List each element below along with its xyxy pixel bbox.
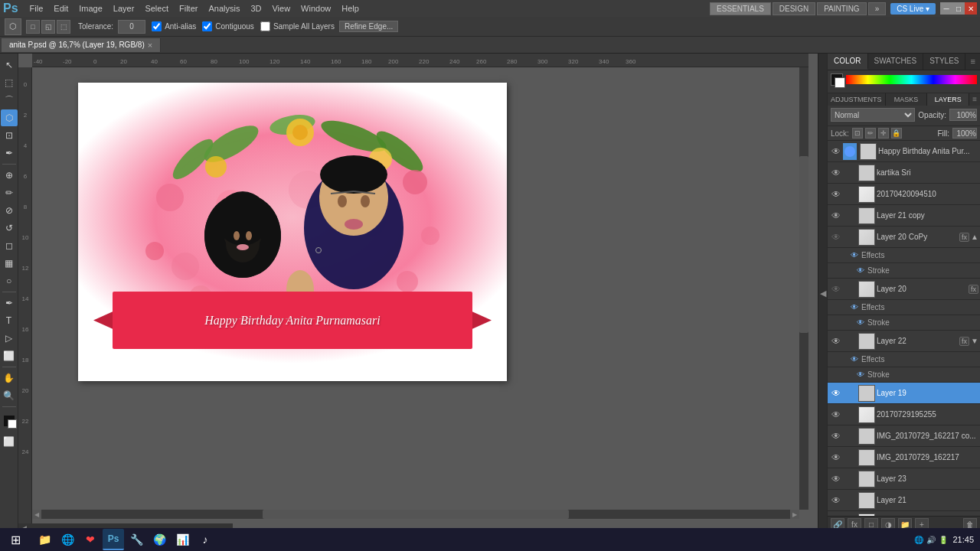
contiguous-checkbox[interactable]: [202, 21, 212, 31]
layer-visibility-eye[interactable]: 👁: [829, 336, 843, 347]
blend-mode-select[interactable]: Normal Multiply Screen Overlay: [831, 108, 915, 122]
layer-item-layer21copy[interactable]: 👁 Layer 21 copy: [828, 205, 980, 227]
color-spectrum[interactable]: [846, 75, 977, 84]
tab-close-icon[interactable]: ×: [148, 41, 152, 50]
panel-menu-button[interactable]: ≡: [966, 54, 980, 70]
lock-position-icon[interactable]: ✛: [878, 128, 889, 139]
text-tool[interactable]: T: [1, 312, 18, 329]
systray-battery[interactable]: 🔋: [939, 536, 948, 544]
menu-edit[interactable]: Edit: [48, 2, 74, 15]
workspace-design[interactable]: DESIGN: [773, 2, 815, 15]
layer-item-20170420[interactable]: 👁 20170420094510: [828, 184, 980, 205]
scroll-right-btn[interactable]: ▶: [790, 510, 799, 519]
layer-item-layer19[interactable]: 👁 Layer 19: [828, 383, 980, 404]
layer-visibility-eye[interactable]: 👁: [829, 168, 843, 178]
layer-item-layer20[interactable]: 👁 Layer 20 fx: [828, 279, 980, 300]
pen-tool[interactable]: ✒: [1, 295, 18, 311]
layer-item-layer21[interactable]: 👁 Layer 21: [828, 490, 980, 511]
layers-panel-menu[interactable]: ≡: [969, 93, 980, 106]
layer-visibility-eye[interactable]: 👁: [829, 146, 843, 157]
h-scrollbar[interactable]: ◀ ▶: [32, 510, 799, 519]
menu-window[interactable]: Window: [296, 2, 336, 15]
v-scrollbar[interactable]: [799, 67, 808, 510]
refine-edge-button[interactable]: Refine Edge...: [339, 21, 398, 32]
healing-brush-tool[interactable]: ⊕: [1, 167, 18, 184]
clone-stamp-tool[interactable]: ⊘: [1, 202, 18, 219]
expand-fx-icon[interactable]: ▲: [971, 233, 978, 241]
tool-shape-c[interactable]: ⬚: [57, 20, 70, 34]
layer-item-img162217[interactable]: 👁 IMG_20170729_162217: [828, 447, 980, 468]
menu-select[interactable]: Select: [139, 2, 174, 15]
tab-masks[interactable]: MASKS: [886, 93, 928, 106]
scroll-left-btn[interactable]: ◀: [32, 510, 41, 519]
menu-help[interactable]: Help: [336, 2, 364, 15]
menu-image[interactable]: Image: [74, 2, 108, 15]
gradient-tool[interactable]: ▦: [1, 255, 18, 272]
tab-adjustments[interactable]: ADJUSTMENTS: [828, 93, 886, 106]
layer-item-layer20copy[interactable]: 👁 Layer 20 CoPy fx ▲: [828, 227, 980, 248]
systray-network[interactable]: 🌐: [914, 536, 923, 544]
lasso-tool[interactable]: ⌒: [1, 92, 18, 109]
taskbar-app-red[interactable]: ❤: [80, 529, 101, 550]
layer-item-20170729[interactable]: 👁 20170729195255: [828, 404, 980, 425]
layer-item-background[interactable]: 👁 Background 🔒: [828, 511, 980, 516]
taskbar-file-explorer[interactable]: 📁: [34, 529, 55, 550]
panel-collapse-button[interactable]: ◀: [818, 54, 827, 533]
opacity-input[interactable]: [949, 109, 977, 121]
layer-item-layer22[interactable]: 👁 Layer 22 fx ▼: [828, 331, 980, 352]
menu-view[interactable]: View: [266, 2, 296, 15]
foreground-color-swatch[interactable]: [831, 73, 843, 86]
quick-select-tool[interactable]: ⬡: [1, 109, 18, 126]
hand-tool[interactable]: ✋: [1, 370, 18, 386]
workspace-painting[interactable]: PAINTING: [817, 2, 866, 15]
layer-visibility-eye[interactable]: 👁: [829, 431, 843, 442]
rectangle-select-tool[interactable]: ⬚: [1, 74, 18, 91]
crop-tool[interactable]: ⊡: [1, 127, 18, 144]
more-workspaces-icon[interactable]: »: [868, 2, 887, 15]
menu-analysis[interactable]: Analysis: [203, 2, 245, 15]
contiguous-option[interactable]: Contiguous: [201, 21, 254, 31]
layer-item-img162217co[interactable]: 👁 IMG_20170729_162217 co...: [828, 425, 980, 447]
menu-file[interactable]: File: [24, 2, 49, 15]
layer-visibility-eye[interactable]: 👁: [829, 210, 843, 221]
taskbar-browser[interactable]: 🌐: [57, 529, 78, 550]
menu-layer[interactable]: Layer: [108, 2, 140, 15]
lock-pixels-icon[interactable]: ✏: [865, 128, 876, 139]
foreground-color[interactable]: [1, 412, 18, 429]
minimize-button[interactable]: ─: [940, 2, 952, 15]
layer-visibility-eye[interactable]: 👁: [829, 232, 843, 243]
taskbar-music[interactable]: ♪: [194, 529, 216, 550]
tab-layers[interactable]: LAYERS: [927, 93, 969, 106]
screen-mode-button[interactable]: ⬜: [1, 433, 18, 450]
expand-fx2-icon[interactable]: ▼: [971, 337, 978, 345]
tool-shape-a[interactable]: □: [26, 20, 40, 34]
layer-visibility-eye[interactable]: 👁: [829, 474, 843, 484]
anti-alias-checkbox[interactable]: [152, 21, 162, 31]
history-brush-tool[interactable]: ↺: [1, 220, 18, 236]
menu-filter[interactable]: Filter: [174, 2, 203, 15]
brush-tool[interactable]: ✏: [1, 184, 18, 201]
tab-color[interactable]: COLOR: [828, 54, 868, 70]
lock-transparency-icon[interactable]: ⊡: [852, 128, 863, 139]
workspace-essentials[interactable]: ESSENTIALS: [710, 2, 771, 15]
maximize-button[interactable]: □: [952, 2, 965, 15]
start-button[interactable]: ⊞: [0, 528, 31, 551]
sample-all-option[interactable]: Sample All Layers: [259, 21, 335, 31]
dodge-tool[interactable]: ○: [1, 272, 18, 289]
tolerance-input[interactable]: [118, 20, 145, 34]
shape-tool[interactable]: ⬜: [1, 347, 18, 364]
layer-item-layer23[interactable]: 👁 Layer 23: [828, 468, 980, 490]
taskbar-photoshop[interactable]: Ps: [103, 529, 124, 550]
tool-shape-b[interactable]: ◱: [41, 20, 55, 34]
document-tab[interactable]: anita P.psd @ 16,7% (Layer 19, RGB/8) ×: [2, 38, 161, 52]
layer-visibility-eye[interactable]: 👁: [829, 189, 843, 200]
layer-item-happy-birthday[interactable]: 👁 Happy Birthday Anita Pur...: [828, 141, 980, 162]
path-select-tool[interactable]: ▷: [1, 330, 18, 347]
systray-volume[interactable]: 🔊: [926, 536, 936, 544]
taskbar-globe[interactable]: 🌍: [149, 529, 170, 550]
taskbar-tool-app[interactable]: 🔧: [126, 529, 147, 550]
cs-live-button[interactable]: CS Live ▾: [890, 3, 936, 15]
anti-alias-option[interactable]: Anti-alias: [150, 21, 196, 31]
layer-visibility-eye[interactable]: 👁: [829, 452, 843, 463]
lock-all-icon[interactable]: 🔒: [891, 128, 902, 139]
